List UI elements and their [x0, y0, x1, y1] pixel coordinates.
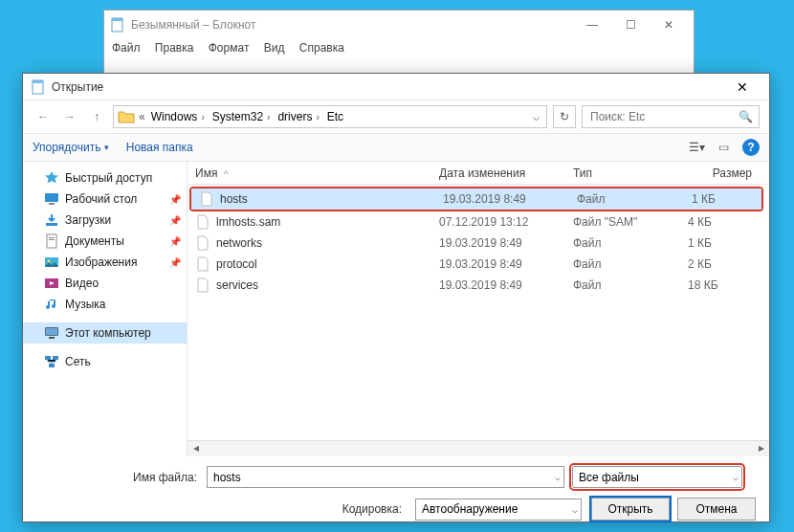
notepad-titlebar: Безымянный – Блокнот — ☐ ✕ — [104, 11, 694, 39]
network-icon — [44, 354, 59, 369]
download-icon — [44, 212, 59, 228]
desktop-icon — [44, 191, 59, 207]
svg-rect-5 — [49, 203, 55, 205]
nav-bar: ← → ↑ « Windows› System32› drivers› Etc … — [23, 100, 769, 133]
preview-pane-button[interactable]: ▭ — [718, 141, 729, 154]
forward-button: → — [59, 106, 80, 127]
svg-rect-16 — [45, 356, 51, 360]
file-icon — [195, 256, 210, 272]
crumb-drivers[interactable]: drivers› — [274, 106, 322, 127]
col-date[interactable]: Дата изменения — [431, 166, 565, 180]
toolbar: Упорядочить ▾ Новая папка ☰▾ ▭ ? — [23, 133, 769, 162]
svg-rect-17 — [53, 356, 58, 360]
nav-tree[interactable]: Быстрый доступ Рабочий стол📌 Загрузки📌 Д… — [23, 162, 187, 456]
back-button[interactable]: ← — [33, 106, 54, 127]
svg-rect-6 — [46, 223, 57, 226]
close-icon[interactable]: ✕ — [650, 11, 688, 39]
notepad-icon — [110, 17, 125, 33]
menu-file[interactable]: Файл — [112, 41, 141, 55]
star-icon — [44, 170, 59, 186]
minimize-icon[interactable]: — — [573, 11, 611, 39]
filename-input[interactable]: hosts⌵ — [207, 466, 564, 488]
file-icon — [195, 214, 210, 230]
chevron-down-icon[interactable]: ⌵ — [527, 110, 544, 123]
file-icon — [199, 191, 214, 207]
crumb-etc[interactable]: Etc — [323, 106, 347, 127]
pictures-icon — [44, 255, 59, 270]
view-options-button[interactable]: ☰▾ — [689, 141, 705, 154]
file-row[interactable]: protocol 19.03.2019 8:49Файл2 КБ — [187, 254, 769, 275]
menu-view[interactable]: Вид — [264, 41, 285, 55]
col-size[interactable]: Размер — [680, 166, 769, 180]
pin-icon: 📌 — [169, 215, 181, 226]
crumb-system32[interactable]: System32› — [209, 106, 275, 127]
pin-icon: 📌 — [169, 194, 181, 205]
svg-rect-1 — [112, 18, 122, 21]
tree-downloads[interactable]: Загрузки📌 — [23, 210, 187, 231]
tree-documents[interactable]: Документы📌 — [23, 231, 187, 252]
close-icon[interactable]: ✕ — [723, 79, 761, 95]
file-icon — [195, 235, 210, 251]
breadcrumb[interactable]: « Windows› System32› drivers› Etc ⌵ — [113, 105, 547, 128]
organize-menu[interactable]: Упорядочить ▾ — [33, 141, 109, 154]
file-row[interactable]: services 19.03.2019 8:49Файл18 КБ — [187, 275, 769, 296]
scroll-right-icon[interactable]: ▸ — [753, 441, 769, 456]
svg-rect-4 — [45, 193, 58, 202]
encoding-label: Кодировка: — [342, 502, 411, 516]
open-button[interactable]: Открыть — [591, 498, 670, 521]
svg-rect-14 — [46, 328, 57, 335]
tree-quick-access[interactable]: Быстрый доступ — [23, 167, 187, 188]
svg-rect-18 — [49, 364, 55, 367]
file-row[interactable]: networks 19.03.2019 8:49Файл1 КБ — [187, 233, 769, 254]
notepad-menu: Файл Правка Формат Вид Справка — [104, 39, 694, 56]
pin-icon: 📌 — [169, 257, 181, 268]
search-icon: 🔍 — [739, 110, 753, 123]
dialog-icon — [31, 79, 46, 95]
music-icon — [44, 297, 59, 312]
svg-rect-7 — [47, 234, 56, 248]
file-row[interactable]: hosts 19.03.2019 8:49 Файл 1 КБ — [191, 188, 761, 210]
svg-rect-9 — [49, 239, 55, 240]
search-input[interactable] — [588, 109, 739, 124]
file-list: Имя ^ Дата изменения Тип Размер hosts 19… — [187, 162, 769, 456]
h-scrollbar[interactable]: ◂ ▸ — [187, 440, 769, 456]
col-name[interactable]: Имя ^ — [187, 166, 431, 180]
dialog-title: Открытие — [52, 80, 103, 94]
search-box[interactable]: 🔍 — [582, 105, 760, 128]
open-dialog: Открытие ✕ ← → ↑ « Windows› System32› dr… — [22, 73, 770, 522]
pin-icon: 📌 — [169, 236, 181, 247]
refresh-button[interactable]: ↻ — [553, 105, 576, 128]
file-row[interactable]: lmhosts.sam 07.12.2019 13:12Файл "SAM"4 … — [187, 211, 769, 233]
chevron-down-icon: ⌵ — [733, 472, 739, 482]
chevron-down-icon: ⌵ — [572, 504, 578, 515]
column-headers[interactable]: Имя ^ Дата изменения Тип Размер — [187, 162, 769, 185]
tree-this-pc[interactable]: Этот компьютер — [23, 322, 187, 344]
menu-help[interactable]: Справка — [299, 41, 344, 55]
encoding-select[interactable]: Автообнаружение⌵ — [415, 499, 582, 521]
folder-icon — [118, 109, 135, 124]
svg-rect-3 — [33, 80, 43, 83]
crumb-windows[interactable]: Windows› — [147, 106, 209, 127]
tree-music[interactable]: Музыка — [23, 294, 187, 315]
help-icon[interactable]: ? — [742, 139, 760, 156]
new-folder-button[interactable]: Новая папка — [126, 141, 193, 154]
document-icon — [44, 233, 59, 249]
svg-rect-15 — [49, 337, 55, 339]
menu-format[interactable]: Формат — [209, 41, 250, 55]
menu-edit[interactable]: Правка — [155, 41, 194, 55]
cancel-button[interactable]: Отмена — [677, 498, 756, 521]
tree-desktop[interactable]: Рабочий стол📌 — [23, 188, 187, 210]
video-icon — [44, 276, 59, 291]
maximize-icon[interactable]: ☐ — [611, 11, 650, 39]
filename-label: Имя файла: — [36, 471, 207, 484]
up-button[interactable]: ↑ — [86, 106, 107, 127]
tree-network[interactable]: Сеть — [23, 351, 187, 372]
dialog-titlebar: Открытие ✕ — [23, 74, 769, 100]
tree-pictures[interactable]: Изображения📌 — [23, 252, 187, 273]
col-type[interactable]: Тип — [565, 166, 680, 180]
scroll-left-icon[interactable]: ◂ — [187, 441, 204, 456]
file-type-filter[interactable]: Все файлы⌵ — [572, 466, 742, 488]
svg-rect-8 — [49, 237, 55, 238]
notepad-title: Безымянный – Блокнот — [131, 18, 255, 32]
tree-video[interactable]: Видео — [23, 273, 187, 294]
